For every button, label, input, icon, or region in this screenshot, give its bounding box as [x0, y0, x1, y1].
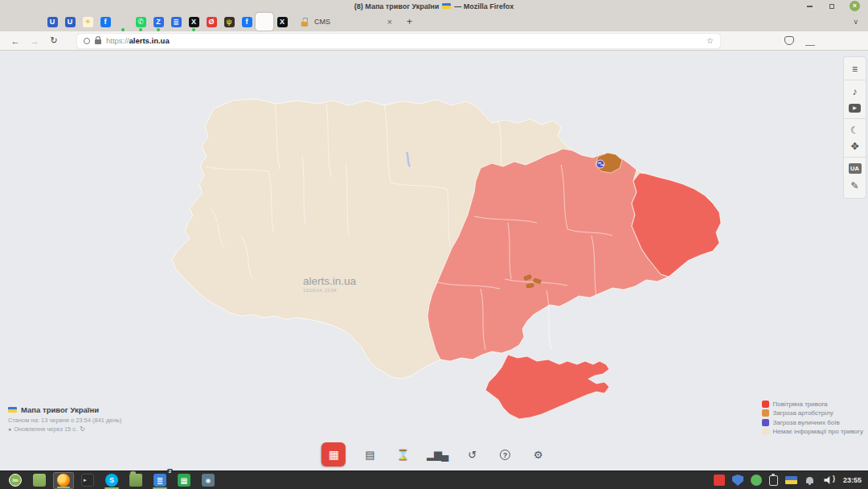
legend-air-alert: Повітряна тривога — [762, 401, 863, 408]
legend-label: Загроза вуличних боїв — [773, 419, 840, 426]
forward-button[interactable]: → — [27, 36, 42, 46]
pinned-tab-firefox[interactable] — [8, 13, 26, 31]
app-icon: ≣ — [154, 474, 166, 487]
street-fights-marker — [596, 160, 604, 168]
taskbar-files[interactable] — [125, 472, 146, 489]
app-icon: ▸ — [81, 474, 94, 487]
pinned-tab-university[interactable]: U — [43, 13, 61, 31]
side-language-button[interactable]: UA — [844, 160, 866, 177]
tracking-protection-icon[interactable] — [84, 38, 90, 44]
taskbar-show-desktop[interactable] — [29, 472, 50, 489]
reload-button[interactable]: ↻ — [47, 35, 61, 46]
pinned-tab-alerts[interactable] — [256, 13, 273, 31]
taskbar-spreadsheet[interactable]: ▦ — [174, 472, 194, 489]
tab-cms[interactable]: CMS × — [294, 13, 397, 31]
desktop: (8) Мапа тривог України — Mozilla Firefo… — [0, 0, 868, 489]
close-button[interactable]: × — [850, 1, 860, 11]
side-radio-button[interactable]: ♪ — [844, 83, 866, 100]
map-watermark: alerts.in.ua 13/06/24, 23:54 — [303, 275, 356, 293]
app-menu-icon[interactable] — [847, 35, 857, 47]
side-youtube-button[interactable]: ▶ — [844, 100, 866, 119]
https-lock-icon[interactable] — [95, 39, 101, 44]
favicon: ☀ — [83, 17, 93, 27]
pocket-icon[interactable] — [784, 36, 794, 45]
alert-legend: Повітряна тривога Загроза артобстрілу За… — [762, 401, 863, 436]
taskbar-skype[interactable]: S — [101, 472, 122, 489]
app-icon: ◉ — [202, 474, 215, 487]
taskbar-mint-menu[interactable]: lm — [5, 472, 26, 489]
legend-swatch — [762, 428, 769, 435]
toolbar-stats-button[interactable]: ▂▆▄ — [427, 446, 448, 463]
pinned-tab-facebook[interactable]: f — [96, 13, 114, 31]
toolbar-map-button[interactable]: ▦ — [321, 442, 346, 466]
pinned-tab-facebook-2[interactable]: f — [238, 13, 256, 31]
tray-updates-icon[interactable] — [751, 475, 762, 486]
toolbar-list-button[interactable]: ▤ — [361, 446, 379, 463]
tray-flag-icon[interactable] — [785, 476, 797, 484]
side-darkmode-button[interactable]: ☾ — [844, 121, 866, 138]
legend-street-fights: Загроза вуличних боїв — [762, 419, 863, 426]
favicon — [118, 17, 129, 27]
pinned-tab-blocked[interactable]: Ø — [203, 13, 220, 31]
tray-bell-icon[interactable] — [805, 475, 816, 486]
pinned-tab-banner[interactable]: ≣ — [167, 13, 185, 31]
url-text: https://alerts.in.ua — [106, 36, 170, 45]
tray-sync-icon[interactable] — [714, 475, 725, 486]
toolbar-button-icon: ⚙ — [534, 449, 542, 461]
legend-swatch — [762, 401, 769, 408]
clock[interactable]: 23:55 — [843, 476, 863, 484]
app-icon: S — [105, 474, 118, 487]
refresh-icon[interactable]: ↻ — [80, 425, 85, 434]
minimize-button[interactable] — [805, 2, 814, 11]
ukraine-alert-map[interactable] — [0, 51, 868, 471]
pinned-tab-university-2[interactable]: U — [61, 13, 79, 31]
notification-dot — [157, 28, 160, 31]
page-content: alerts.in.ua 13/06/24, 23:54 Мапа тривог… — [0, 51, 868, 471]
pinned-tab-trident[interactable]: ψ — [220, 13, 238, 31]
pinned-tab-x[interactable]: X — [185, 13, 203, 31]
pinned-tab-z[interactable]: Z — [149, 13, 167, 31]
new-tab-button[interactable]: + — [403, 16, 416, 27]
pinned-tab-whatsapp[interactable]: ✆ — [132, 13, 149, 31]
taskbar-firefox[interactable] — [53, 472, 74, 489]
pinned-tab-globe[interactable] — [114, 13, 132, 31]
toolbar-settings-button[interactable]: ⚙ — [529, 446, 547, 463]
side-button-icon: ✎ — [850, 180, 858, 191]
extensions-icon[interactable] — [826, 35, 836, 47]
tray-shield-icon[interactable] — [732, 475, 743, 486]
url-bar[interactable]: https://alerts.in.ua ☆ — [77, 34, 720, 48]
side-fullscreen-button[interactable]: ✥ — [844, 138, 866, 158]
info-as-of: Станом на: 13 червня о 23:54 (841 день) — [8, 416, 121, 425]
bookmark-star-icon[interactable]: ☆ — [706, 36, 714, 45]
list-tabs-chevron-icon[interactable]: ∨ — [848, 18, 863, 26]
tab-close-icon[interactable]: × — [387, 17, 392, 27]
info-panel: Мапа тривог України Станом на: 13 червня… — [8, 405, 121, 435]
taskbar-apps: lm ▸ S ≣ — [5, 472, 219, 489]
toolbar-button-icon: ▦ — [329, 448, 338, 461]
tray-clipboard-icon[interactable] — [769, 475, 778, 486]
toolbar-button-icon: ▂▆▄ — [427, 449, 448, 461]
pinned-tab-x-2[interactable]: X — [273, 13, 291, 31]
restore-button[interactable] — [827, 2, 837, 11]
tab-strip: U U ☀ f ✆ Z — [0, 12, 868, 31]
navbar-right-icons — [784, 35, 860, 47]
download-icon[interactable] — [805, 36, 815, 46]
tray-volume-icon[interactable] — [823, 475, 834, 486]
side-menu-button[interactable]: ≡ — [844, 61, 866, 80]
toolbar-help-button[interactable]: ? — [496, 446, 514, 463]
app-badge: 2 — [167, 469, 173, 475]
back-button[interactable]: ← — [8, 36, 23, 46]
pinned-tab-sun[interactable]: ☀ — [79, 13, 96, 31]
taskbar-terminal[interactable]: ▸ — [77, 472, 98, 489]
pinned-tab-lock[interactable] — [26, 13, 43, 31]
toolbar-timer-button[interactable]: ⌛ — [394, 446, 411, 463]
favicon: f — [242, 17, 252, 27]
legend-label: Загроза артобстрілу — [773, 409, 833, 417]
region-crimea — [485, 355, 609, 419]
side-edit-button[interactable]: ✎ — [844, 177, 866, 194]
taskbar-screenshot[interactable]: ◉ — [198, 472, 219, 489]
taskbar-documents[interactable]: ≣ 2 — [149, 472, 170, 489]
window-title: (8) Мапа тривог України — Mozilla Firefo… — [354, 2, 514, 10]
toolbar-history-button[interactable]: ↺ — [463, 446, 481, 463]
watermark-site: alerts.in.ua — [303, 275, 356, 287]
